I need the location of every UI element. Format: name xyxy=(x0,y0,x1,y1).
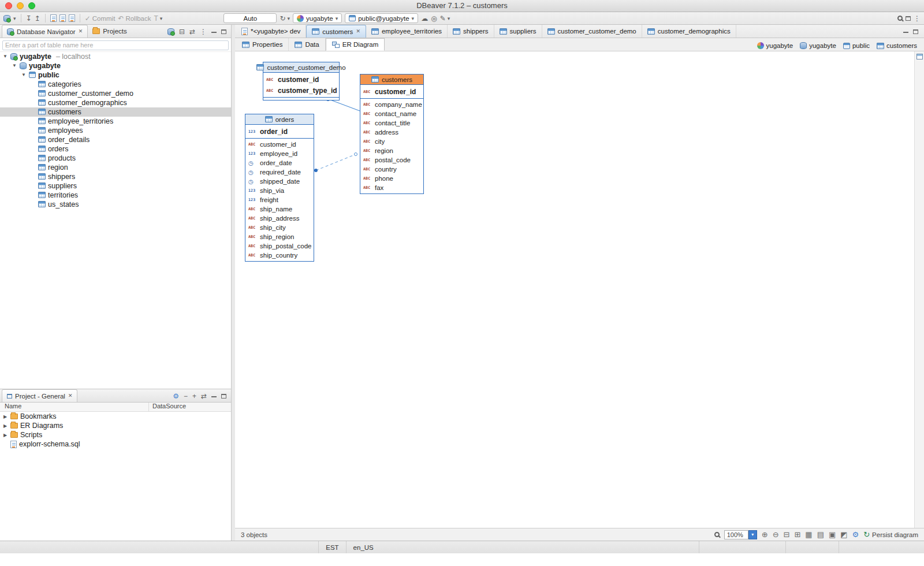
close-view-icon[interactable]: ✕ xyxy=(68,393,73,399)
auto-layout-icon[interactable]: ⊟ xyxy=(784,530,790,539)
entity-field[interactable]: ABC ship_city xyxy=(245,223,314,232)
search-icon[interactable] xyxy=(897,16,903,21)
tree-item-table[interactable]: customer_customer_demo xyxy=(0,89,231,98)
minimize-editor-icon[interactable] xyxy=(903,31,908,33)
target-icon[interactable]: ◎ xyxy=(431,15,437,22)
entity-field-pk[interactable]: ABC customer_id xyxy=(263,74,339,85)
entity-field[interactable]: ABC postal_code xyxy=(360,155,423,165)
transaction-auto-combo[interactable]: Auto xyxy=(223,13,277,23)
entity-customers[interactable]: customers ABC customer_id ABC company_na… xyxy=(360,74,424,194)
edit-tools-button[interactable]: ✎ ▾ xyxy=(440,15,450,22)
tab-employee-territories[interactable]: employee_territories xyxy=(366,25,448,38)
configure-icon[interactable]: ⚙ xyxy=(173,393,179,400)
toggle-grid-icon[interactable]: ⊞ xyxy=(794,530,800,539)
transaction-mode-button[interactable]: T ▾ xyxy=(154,15,163,22)
print-diagram-icon[interactable]: ▤ xyxy=(817,530,824,539)
tree-item-connection[interactable]: ▼ yugabyte – localhost xyxy=(0,52,231,61)
entity-header[interactable]: orders xyxy=(245,114,314,125)
table-filter-input[interactable] xyxy=(2,40,229,50)
entity-field[interactable]: ABC address xyxy=(360,128,423,137)
tab-projects[interactable]: Projects xyxy=(88,25,132,38)
entity-field[interactable]: ABC ship_address xyxy=(245,214,314,223)
entity-field[interactable]: ABC phone xyxy=(360,174,423,183)
persist-diagram-button[interactable]: ↻ Persist diagram xyxy=(863,530,918,539)
active-connection-combo[interactable]: yugabyte ▾ xyxy=(293,13,342,23)
entity-header[interactable]: customers xyxy=(360,75,423,85)
tree-item-database[interactable]: ▼ yugabyte xyxy=(0,61,231,70)
expander-icon[interactable]: ▶ xyxy=(2,423,8,429)
column-datasource[interactable]: DataSource xyxy=(149,403,186,411)
rollback-button[interactable]: ↶ Rollback xyxy=(118,15,151,22)
tree-item-table[interactable]: shippers xyxy=(0,172,231,181)
entity-field[interactable]: ◷ required_date xyxy=(245,167,314,177)
entity-field[interactable]: ABC customer_id xyxy=(245,140,314,149)
new-sql-editor-icon[interactable] xyxy=(59,14,66,22)
expander-icon[interactable]: ▶ xyxy=(2,433,8,438)
entity-field[interactable]: ABC ship_country xyxy=(245,251,314,260)
outline-view-icon[interactable] xyxy=(916,54,923,59)
entity-field-pk[interactable]: ABC customer_id xyxy=(360,86,423,97)
entity-field[interactable]: ABC ship_postal_code xyxy=(245,241,314,251)
tree-item-table-selected[interactable]: customers xyxy=(0,107,231,117)
entity-field[interactable]: ABC company_name xyxy=(360,100,423,109)
tab-customer-demographics[interactable]: customer_demographics xyxy=(642,25,736,38)
open-perspective-icon[interactable] xyxy=(906,16,911,21)
zoom-icon[interactable] xyxy=(714,532,720,537)
diagram-colors-icon[interactable]: ▦ xyxy=(805,530,812,539)
export-image-icon[interactable]: ▣ xyxy=(829,530,836,539)
tree-item-table[interactable]: orders xyxy=(0,144,231,154)
tree-item-table[interactable]: territories xyxy=(0,191,231,200)
entity-header[interactable]: customer_customer_demo xyxy=(263,62,339,73)
save-diagram-icon[interactable]: ◩ xyxy=(840,530,847,539)
entity-customer-customer-demo[interactable]: customer_customer_demo ABC customer_id A… xyxy=(263,62,340,100)
collapse-all-icon[interactable]: ⊟ xyxy=(179,28,185,35)
view-menu-icon[interactable]: ⋮ xyxy=(200,28,207,35)
entity-field-pk[interactable]: 123 order_id xyxy=(245,126,314,137)
project-item-er-diagrams[interactable]: ▶ ER Diagrams xyxy=(0,421,231,430)
breadcrumb-database[interactable]: yugabyte xyxy=(800,42,836,49)
tab-project-general[interactable]: Project - General ✕ xyxy=(2,389,77,402)
tree-item-table[interactable]: us_states xyxy=(0,200,231,209)
tab-shippers[interactable]: shippers xyxy=(448,25,494,38)
breadcrumb-table[interactable]: customers xyxy=(877,42,917,49)
entity-field[interactable]: ABC country xyxy=(360,165,423,174)
column-name[interactable]: Name xyxy=(0,403,149,411)
breadcrumb-connection[interactable]: yugabyte xyxy=(757,42,793,49)
close-tab-icon[interactable]: ✕ xyxy=(356,29,360,34)
zoom-out-icon[interactable]: ⊖ xyxy=(773,530,779,539)
tree-item-table[interactable]: categories xyxy=(0,80,231,89)
relation-line-customer-demo[interactable] xyxy=(327,99,360,111)
expander-icon[interactable]: ▼ xyxy=(2,54,8,59)
locale-cell[interactable]: en_US xyxy=(346,541,381,553)
minimize-view-icon[interactable] xyxy=(211,31,217,33)
er-diagram-canvas[interactable]: customer_customer_demo ABC customer_id A… xyxy=(235,51,924,528)
tree-item-schema[interactable]: ▼ public xyxy=(0,70,231,80)
active-schema-combo[interactable]: public@yugabyte ▾ xyxy=(345,13,418,23)
maximize-view-icon[interactable] xyxy=(221,394,226,399)
diagram-settings-gear-icon[interactable]: ⚙ xyxy=(852,530,859,539)
expand-all-icon[interactable]: + xyxy=(192,393,196,400)
zoom-window-button[interactable] xyxy=(28,2,35,9)
expander-icon[interactable]: ▼ xyxy=(21,72,27,77)
history-button[interactable]: ↻ ▾ xyxy=(280,15,290,22)
maximize-view-icon[interactable] xyxy=(221,29,226,34)
expander-icon[interactable]: ▼ xyxy=(12,63,17,68)
new-connection-chevron-icon[interactable]: ▾ xyxy=(13,16,16,21)
new-connection-icon[interactable] xyxy=(3,15,10,22)
tab-customer-customer-demo[interactable]: customer_customer_demo xyxy=(542,25,642,38)
link-with-editor-icon[interactable]: ⇄ xyxy=(189,28,195,35)
minimize-view-icon[interactable] xyxy=(211,396,217,397)
tree-item-table[interactable]: employee_territories xyxy=(0,117,231,126)
tab-suppliers[interactable]: suppliers xyxy=(494,25,542,38)
project-item-bookmarks[interactable]: ▶ Bookmarks xyxy=(0,412,231,421)
entity-field[interactable]: 123 ship_via xyxy=(245,186,314,195)
open-sql-script-icon[interactable] xyxy=(69,14,75,22)
collapse-all-icon[interactable]: − xyxy=(184,393,188,400)
import-icon[interactable]: ↧ xyxy=(26,15,32,22)
entity-field[interactable]: ABC contact_title xyxy=(360,118,423,128)
commit-button[interactable]: ✓ Commit xyxy=(85,15,116,22)
relation-line-orders[interactable] xyxy=(316,154,357,170)
expander-icon[interactable]: ▶ xyxy=(2,414,8,419)
entity-field[interactable]: 123 freight xyxy=(245,195,314,204)
entity-field[interactable]: ABC region xyxy=(360,146,423,155)
